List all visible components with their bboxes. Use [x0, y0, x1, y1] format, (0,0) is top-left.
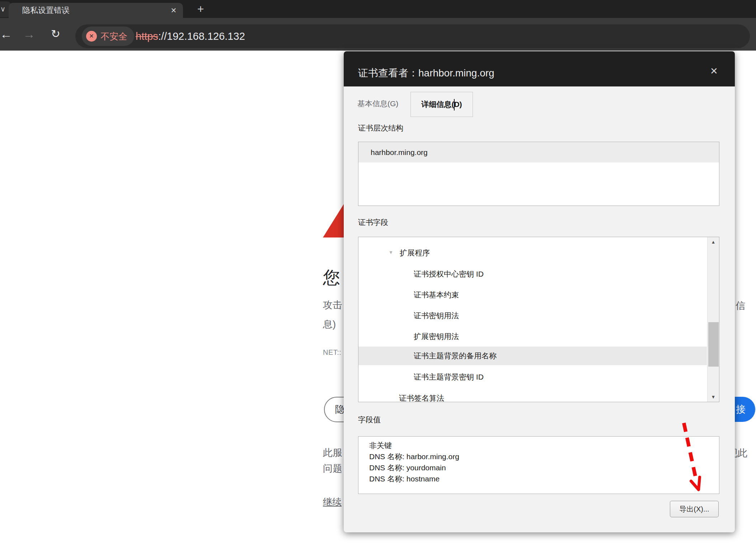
warning-triangle-icon	[323, 204, 344, 237]
tab-general-info[interactable]: 基本信息(G)	[357, 99, 398, 108]
scrollbar-down-icon[interactable]: ▼	[708, 394, 719, 400]
url-scheme-struck: https	[136, 30, 158, 42]
tree-item-selected[interactable]: 证书主题背景的备用名称	[414, 347, 497, 365]
tree-item[interactable]: 证书密钥用法	[414, 306, 459, 325]
tab-details[interactable]: 详细信息(D)	[410, 92, 473, 117]
back-to-safety-label: 接	[736, 397, 746, 422]
reload-icon[interactable]: ↻	[47, 28, 64, 40]
security-chip[interactable]: ✕ 不安全	[82, 27, 134, 46]
tree-item[interactable]: 证书主题背景密钥 ID	[414, 368, 484, 386]
browser-toolbar: ← → ↻ ✕ 不安全 https://192.168.126.132	[0, 18, 756, 51]
certificate-hierarchy-list: harhbor.ming.org	[358, 142, 719, 206]
field-value-line: DNS 名称: harbor.ming.org	[369, 451, 719, 462]
hide-details-label: 隐	[335, 397, 345, 422]
export-button[interactable]: 导出(X)...	[670, 501, 719, 517]
scrollbar[interactable]: ▲ ▼	[707, 237, 719, 402]
tree-item[interactable]: 扩展密钥用法	[414, 327, 459, 346]
url-text: https://192.168.126.132	[136, 24, 245, 48]
text-caret	[454, 99, 455, 110]
proceed-link[interactable]: 继续	[323, 496, 342, 508]
tab-bar: ∨ 隐私设置错误 ✕ +	[0, 0, 756, 18]
tree-item[interactable]: 证书授权中心密钥 ID	[414, 265, 484, 283]
browser-tab[interactable]: 隐私设置错误 ✕	[9, 3, 183, 18]
field-value-line: DNS 名称: hostname	[369, 473, 719, 484]
error-paragraph-line2: 息)	[323, 318, 336, 331]
export-button-label: 导出(X)...	[679, 505, 709, 513]
hierarchy-item-label: harhbor.ming.org	[371, 142, 428, 163]
hierarchy-section-label: 证书层次结构	[358, 123, 403, 133]
detail-paragraph-line1: 此服	[323, 446, 342, 459]
fields-section-label: 证书字段	[358, 217, 388, 227]
scrollbar-up-icon[interactable]: ▲	[708, 239, 719, 245]
forward-icon[interactable]: →	[21, 28, 37, 40]
red-annotation-arrow	[678, 419, 710, 498]
scrollbar-thumb[interactable]	[708, 322, 719, 367]
error-code: NET::	[323, 348, 341, 357]
hierarchy-selected-row[interactable]: harhbor.ming.org	[358, 142, 719, 163]
tab-close-icon[interactable]: ✕	[166, 3, 181, 18]
tab-title: 隐私设置错误	[22, 3, 70, 18]
error-paragraph-right-sliver: 信	[736, 299, 745, 312]
expander-triangle-icon[interactable]: ▼	[389, 244, 393, 262]
new-tab-button[interactable]: +	[192, 1, 209, 17]
dialog-header: 证书查看者：harhbor.ming.org ✕	[344, 51, 735, 86]
tree-item[interactable]: 扩展程序	[400, 244, 430, 262]
field-value-line: 非关键	[369, 440, 719, 451]
tree-item[interactable]: 证书基本约束	[414, 286, 459, 304]
certificate-viewer-dialog: 证书查看者：harhbor.ming.org ✕ 基本信息(G) 详细信息(D)…	[344, 51, 735, 532]
close-icon[interactable]: ✕	[706, 66, 722, 77]
error-heading: 您	[323, 266, 340, 289]
detail-paragraph-line2: 问题	[323, 462, 342, 475]
url-rest: ://192.168.126.132	[158, 30, 245, 42]
back-icon[interactable]: ←	[0, 28, 14, 40]
tree-item[interactable]: 证书签名算法	[399, 389, 444, 402]
chevron-down-icon: ∨	[0, 5, 6, 13]
security-chip-label: 不安全	[100, 27, 127, 46]
tab-details-label: 详细信息(D)	[421, 100, 462, 108]
field-value-section-label: 字段值	[358, 415, 381, 425]
address-bar[interactable]: ✕ 不安全 https://192.168.126.132	[75, 24, 750, 48]
error-paragraph-line1: 攻击	[323, 298, 342, 311]
dialog-title: 证书查看者：harhbor.ming.org	[358, 66, 494, 80]
not-secure-icon: ✕	[86, 31, 97, 42]
certificate-fields-tree: ▼ 扩展程序 证书授权中心密钥 ID 证书基本约束 证书密钥用法 扩展密钥用法 …	[358, 237, 719, 402]
field-value-line: DNS 名称: yourdomain	[369, 462, 719, 473]
field-value-box: 非关键 DNS 名称: harbor.ming.org DNS 名称: your…	[358, 436, 719, 494]
tree-selected-row-highlight	[358, 347, 707, 365]
